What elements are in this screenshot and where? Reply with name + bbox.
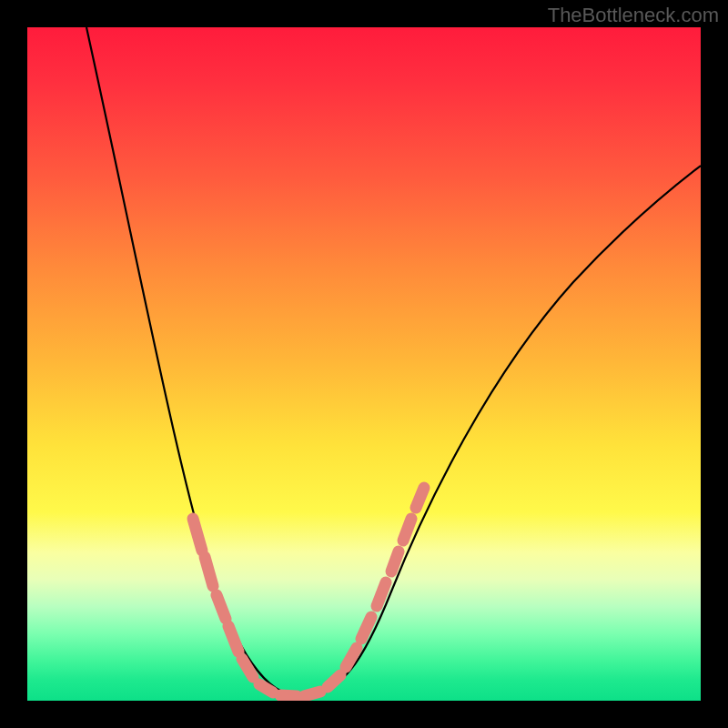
salmon-segment xyxy=(416,488,424,508)
salmon-segment xyxy=(228,626,238,652)
bottleneck-chart: TheBottleneck.com xyxy=(0,0,728,728)
salmon-segment xyxy=(205,557,213,586)
watermark-text: TheBottleneck.com xyxy=(548,4,719,27)
salmon-segment xyxy=(304,692,320,696)
salmon-segment xyxy=(193,519,202,551)
salmon-segment xyxy=(280,695,297,696)
salmon-segment xyxy=(377,582,386,606)
salmon-segment xyxy=(391,551,399,571)
salmon-segment xyxy=(328,675,340,687)
bottleneck-curve xyxy=(86,27,701,696)
plot-area xyxy=(27,27,701,701)
salmon-segment xyxy=(217,595,226,619)
curve-layer xyxy=(27,27,701,701)
salmon-segment xyxy=(259,684,273,693)
salmon-segment xyxy=(403,519,411,541)
salmon-overlay-group xyxy=(193,488,424,696)
salmon-segment xyxy=(361,617,371,639)
